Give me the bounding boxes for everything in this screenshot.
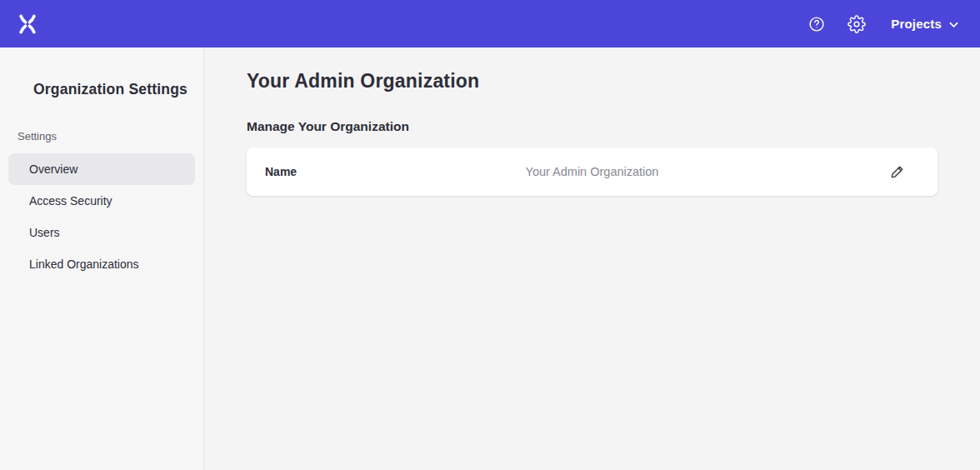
sidebar-item-overview[interactable]: Overview	[8, 153, 195, 185]
name-field-label: Name	[265, 165, 297, 178]
name-field-value: Your Admin Organization	[526, 165, 659, 178]
sidebar-section-label: Settings	[0, 130, 203, 142]
sidebar-item-label: Linked Organizations	[29, 258, 139, 271]
section-title: Manage Your Organization	[247, 118, 938, 134]
gear-icon	[848, 15, 866, 33]
sidebar-item-label: Users	[29, 226, 60, 239]
sidebar-item-access-security[interactable]: Access Security	[8, 185, 195, 217]
brand-logo[interactable]	[15, 12, 40, 37]
sidebar-item-label: Access Security	[29, 194, 112, 208]
projects-menu-label: Projects	[891, 17, 942, 31]
pencil-icon	[889, 163, 906, 180]
projects-menu-button[interactable]: Projects	[891, 17, 958, 31]
sidebar-nav: Overview Access Security Users Linked Or…	[0, 153, 203, 280]
chevron-down-icon	[949, 20, 958, 28]
page-title: Your Admin Organization	[247, 69, 938, 92]
sidebar-item-users[interactable]: Users	[8, 217, 195, 248]
brand-x-icon	[16, 12, 39, 36]
edit-name-button[interactable]	[886, 160, 909, 183]
help-button[interactable]	[802, 10, 831, 38]
header-actions: Projects	[802, 10, 958, 38]
sidebar-title: Organization Settings	[0, 81, 203, 98]
sidebar-item-label: Overview	[29, 162, 78, 176]
question-circle-icon	[808, 15, 826, 33]
sidebar: Organization Settings Settings Overview …	[0, 48, 204, 470]
content-area: Organization Settings Settings Overview …	[0, 48, 980, 470]
settings-button[interactable]	[842, 10, 871, 38]
top-nav-bar: Projects	[0, 0, 980, 48]
organization-name-card: Name Your Admin Organization	[247, 148, 938, 196]
main-panel: Your Admin Organization Manage Your Orga…	[204, 48, 980, 470]
sidebar-item-linked-organizations[interactable]: Linked Organizations	[8, 248, 195, 280]
app-window: Projects Organization Settings Settings …	[0, 0, 980, 470]
